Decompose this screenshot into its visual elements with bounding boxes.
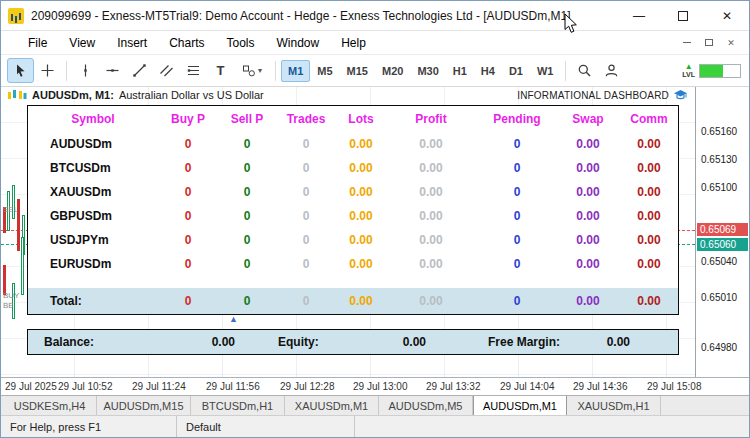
tab-audusdm-m5[interactable]: AUDUSDm,M5: [379, 396, 473, 415]
lvl-progress-fill: [700, 65, 723, 77]
candlestick: [21, 237, 24, 295]
tab-xauusdm-h1[interactable]: XAUUSDm,H1: [567, 396, 661, 415]
cell-buyp: 0: [158, 185, 218, 199]
toolbar-separator: [275, 61, 276, 81]
timeframe-m1-button[interactable]: M1: [281, 60, 310, 82]
mdi-close-button[interactable]: ✕: [723, 36, 739, 50]
fibonacci-tool-button[interactable]: [180, 58, 207, 83]
cell-lots: 0.00: [336, 257, 386, 271]
text-tool-button[interactable]: T: [207, 58, 234, 83]
trendline-tool-button[interactable]: [126, 58, 153, 83]
lvl-up-arrow-icon: ▲: [685, 63, 693, 71]
menu-view[interactable]: View: [58, 33, 106, 53]
time-label: 29 Jul 2025: [5, 381, 57, 392]
trendline-icon: [132, 63, 147, 78]
status-profile[interactable]: Default: [177, 416, 355, 437]
horizontal-line-tool-button[interactable]: [99, 58, 126, 83]
mdi-restore-button[interactable]: [701, 36, 717, 50]
balance-group: Balance: 0.00: [44, 335, 235, 349]
timeframe-m5-button[interactable]: M5: [310, 60, 339, 82]
menu-charts[interactable]: Charts: [158, 33, 215, 53]
cell-lots: 0.00: [336, 137, 386, 151]
price-label: 0.64980: [701, 342, 737, 353]
timeframe-m20-button[interactable]: M20: [375, 60, 410, 82]
maximize-button[interactable]: [661, 1, 705, 30]
cell-sellp: 0: [218, 137, 276, 151]
vertical-line-tool-button[interactable]: [72, 58, 99, 83]
price-label: 0.65100: [701, 182, 737, 193]
toolbar-separator: [66, 61, 67, 81]
search-button[interactable]: [571, 58, 598, 83]
table-row: XAUUSDm 0 0 0 0.00 0.00 0 0.00 0.00: [28, 180, 678, 204]
cell-lots: 0.00: [336, 185, 386, 199]
cell-lots: 0.00: [336, 233, 386, 247]
time-label: 29 Jul 10:52: [58, 381, 113, 392]
total-label: Total:: [28, 294, 158, 308]
menu-help[interactable]: Help: [330, 33, 377, 53]
mdi-minimize-button[interactable]: [679, 36, 695, 50]
timeframe-m30-button[interactable]: M30: [410, 60, 445, 82]
price-label: 0.65010: [701, 292, 737, 303]
informational-dashboard-panel: Symbol Buy P Sell P Trades Lots Profit P…: [27, 105, 679, 315]
order-label-sell: SEL: [3, 205, 18, 214]
cell-buyp: 0: [158, 233, 218, 247]
price-axis[interactable]: 0.65160 0.65130 0.65100 0.65040 0.65010 …: [695, 87, 749, 377]
timeframe-h1-button[interactable]: H1: [446, 60, 474, 82]
lvl-group: ▲ LVL: [682, 63, 743, 78]
maximize-icon: [678, 11, 688, 21]
tab-xauusdm-m1[interactable]: XAUUSDm,M1: [285, 396, 379, 415]
cell-sellp: 0: [218, 233, 276, 247]
close-button[interactable]: ✕: [705, 1, 749, 30]
menu-window[interactable]: Window: [266, 33, 331, 53]
timeframe-h4-button[interactable]: H4: [474, 60, 502, 82]
ask-price-badge: 0.65069: [697, 223, 748, 236]
channel-icon: [159, 63, 174, 78]
dashboard-header-row: Symbol Buy P Sell P Trades Lots Profit P…: [28, 106, 678, 132]
cell-comm: 0.00: [618, 209, 680, 223]
time-label: 29 Jul 11:56: [206, 381, 260, 392]
person-icon: [604, 63, 619, 78]
total-buyp: 0: [158, 294, 218, 308]
balance-bar: Balance: 0.00 Equity: 0.00 Free Margin: …: [27, 329, 679, 355]
cell-symbol: AUDUSDm: [28, 137, 158, 151]
vertical-line-icon: [78, 63, 93, 78]
cell-symbol: XAUUSDm: [28, 185, 158, 199]
total-lots: 0.00: [336, 294, 386, 308]
up-triangle-marker[interactable]: ▲: [229, 315, 238, 324]
cell-trades: 0: [276, 137, 336, 151]
cell-comm: 0.00: [618, 137, 680, 151]
tab-audusdm-m15[interactable]: AUDUSDm,M15: [97, 396, 191, 415]
column-header-profit: Profit: [386, 112, 476, 126]
tab-usdkesm-h4[interactable]: USDKESm,H4: [3, 396, 97, 415]
status-help-text: For Help, press F1: [1, 416, 177, 437]
lvl-indicator-button[interactable]: ▲ LVL: [682, 63, 695, 78]
table-row: GBPUSDm 0 0 0 0.00 0.00 0 0.00 0.00: [28, 204, 678, 228]
menu-tools[interactable]: Tools: [216, 33, 266, 53]
time-label: 29 Jul 13:32: [426, 381, 481, 392]
cursor-tool-button[interactable]: [7, 58, 34, 83]
timeframe-w1-button[interactable]: W1: [530, 60, 561, 82]
tab-btcusdm-h1[interactable]: BTCUSDm,H1: [191, 396, 285, 415]
menu-file[interactable]: File: [17, 33, 58, 53]
time-axis[interactable]: 29 Jul 2025 29 Jul 10:52 29 Jul 11:24 29…: [1, 377, 749, 395]
cell-swap: 0.00: [558, 137, 618, 151]
channel-tool-button[interactable]: [153, 58, 180, 83]
dashboard-title: INFORMATIONAL DASHBOARD: [517, 90, 669, 101]
crosshair-tool-button[interactable]: [34, 58, 61, 83]
timeframe-m15-button[interactable]: M15: [340, 60, 375, 82]
timeframe-d1-button[interactable]: D1: [502, 60, 530, 82]
account-button[interactable]: [598, 58, 625, 83]
equity-group: Equity: 0.00: [278, 335, 426, 349]
cell-symbol: EURUSDm: [28, 257, 158, 271]
text-tool-icon: T: [217, 63, 225, 78]
minimize-button[interactable]: —: [617, 1, 661, 30]
total-sellp: 0: [218, 294, 276, 308]
shapes-tool-button[interactable]: ▾: [234, 58, 270, 83]
search-icon: [577, 63, 592, 78]
cell-symbol: GBPUSDm: [28, 209, 158, 223]
table-row: BTCUSDm 0 0 0 0.00 0.00 0 0.00 0.00: [28, 156, 678, 180]
menu-insert[interactable]: Insert: [106, 33, 158, 53]
tab-audusdm-m1-active[interactable]: AUDUSDm,M1: [473, 396, 567, 415]
order-label-be: BE: [3, 301, 14, 310]
chart-canvas[interactable]: AUDUSDm, M1: Australian Dollar vs US Dol…: [1, 87, 695, 377]
